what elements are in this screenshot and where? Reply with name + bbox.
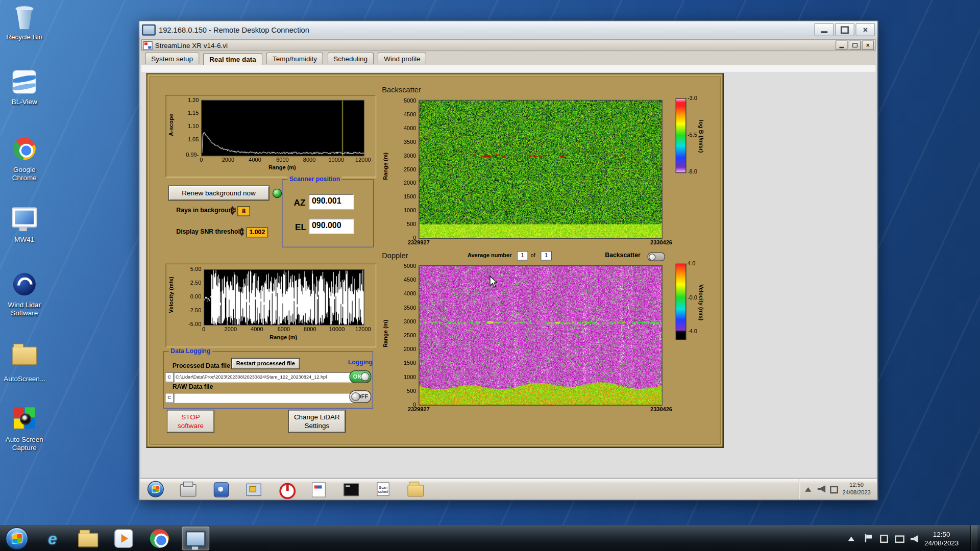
processed-logging-toggle[interactable]: ON bbox=[349, 370, 371, 383]
tick-label: 4500 bbox=[398, 111, 416, 117]
snr-spinner[interactable] bbox=[239, 228, 244, 236]
desktop-icon-google-chrome[interactable]: Google Chrome bbox=[4, 137, 45, 181]
stop-line1: STOP bbox=[181, 413, 200, 421]
tab-real-time-data[interactable]: Real time data bbox=[203, 53, 262, 66]
desktop-icon-label: Google Chrome bbox=[4, 165, 45, 181]
tick-label: 2000 bbox=[219, 326, 242, 332]
volume-icon[interactable] bbox=[911, 535, 918, 543]
show-hidden-icons-icon[interactable] bbox=[848, 534, 857, 543]
console-icon[interactable] bbox=[342, 481, 359, 497]
window-app-icon[interactable] bbox=[245, 481, 261, 497]
doppler-heatmap bbox=[419, 265, 663, 405]
remote-volume-icon[interactable] bbox=[818, 485, 826, 493]
processed-path-input[interactable]: C:\Lidar\Data\Proc\2023\202308\20230824\… bbox=[174, 372, 354, 383]
tab-system-setup[interactable]: System setup bbox=[145, 53, 199, 64]
raw-path-input[interactable] bbox=[174, 393, 354, 403]
data-logging-group: Data Logging Processed Data file Restart… bbox=[163, 351, 373, 409]
tick-label: 2000 bbox=[217, 157, 239, 163]
desktop-icon-recycle-bin[interactable]: Recycle Bin bbox=[4, 5, 45, 41]
display-tray-icon[interactable] bbox=[895, 534, 904, 543]
of-label: of bbox=[531, 253, 535, 259]
remote-taskbar: Scan sched 12:50 24/08/2023 bbox=[140, 478, 877, 499]
taskbar-clock[interactable]: 12:50 24/08/2023 bbox=[924, 530, 959, 547]
taskbar-explorer[interactable] bbox=[75, 527, 101, 549]
desktop-icon-autoscreen[interactable]: AutoScreen... bbox=[4, 340, 45, 383]
change-lidar-settings-button[interactable]: Change LiDAR Settings bbox=[288, 410, 346, 433]
stop-app-icon[interactable] bbox=[278, 481, 294, 497]
desktop-icon-bl-view[interactable]: BL-View bbox=[4, 70, 45, 106]
tick-label: 3500 bbox=[398, 139, 416, 145]
rdp-maximize-button[interactable] bbox=[835, 23, 854, 36]
app-close-button[interactable]: × bbox=[862, 41, 874, 50]
el-label: EL bbox=[295, 222, 306, 232]
tick-label: 5.00 bbox=[170, 266, 201, 272]
rays-spinner[interactable] bbox=[229, 206, 235, 215]
tick-label: 2000 bbox=[398, 346, 416, 352]
tick-label: 1.10 bbox=[166, 123, 199, 129]
doppler-block: Doppler Average number 1 of 1 Backscatte… bbox=[382, 248, 722, 429]
desktop-icon-label: MW41 bbox=[4, 236, 45, 243]
tick-label: 2330426 bbox=[643, 239, 680, 245]
remote-system-tray: 12:50 24/08/2023 bbox=[799, 479, 877, 499]
app-minimize-button[interactable] bbox=[836, 41, 847, 50]
taskbar-internet-explorer[interactable]: e bbox=[39, 527, 65, 549]
restart-processed-file-button[interactable]: Restart processed file bbox=[231, 358, 300, 369]
taskbar-chrome[interactable] bbox=[146, 527, 173, 549]
scan-sched-icon[interactable]: Scan sched bbox=[375, 481, 391, 497]
doppler-y-axis-label: Range (m) bbox=[382, 314, 388, 354]
backscatter-toggle[interactable] bbox=[648, 253, 665, 261]
explorer-folder-icon bbox=[78, 533, 98, 547]
backscatter-toggle-label: Backscatter bbox=[605, 252, 640, 258]
tick-label: 5000 bbox=[398, 263, 416, 269]
tab-wind-profile[interactable]: Wind profile bbox=[378, 53, 427, 64]
tick-label: 3000 bbox=[398, 153, 416, 159]
stop-line2: software bbox=[178, 421, 204, 430]
client-area: A-scope Range (m) 1.201.151.101.050.99-0… bbox=[141, 65, 876, 479]
tick-label: 12000 bbox=[352, 157, 374, 163]
xp-document-icon[interactable] bbox=[310, 481, 326, 497]
processed-data-file-label: Processed Data file bbox=[173, 362, 230, 369]
rdp-minimize-button[interactable] bbox=[815, 23, 834, 36]
app-titlebar[interactable]: StreamLine XR v14-6.vi × bbox=[141, 39, 876, 51]
average-total-value[interactable]: 1 bbox=[541, 251, 552, 260]
rays-value[interactable]: 8 bbox=[237, 206, 250, 216]
raw-logging-toggle[interactable]: OFF bbox=[349, 390, 371, 403]
snr-value[interactable]: 1.002 bbox=[246, 228, 268, 238]
settings-line2: Settings bbox=[304, 421, 329, 430]
desktop-icon-wind-lidar[interactable]: Wind Lidar Software bbox=[4, 273, 45, 317]
taskbar-media-player[interactable] bbox=[111, 527, 137, 549]
tick-label: 2.50 bbox=[170, 280, 201, 286]
stop-software-button[interactable]: STOP software bbox=[167, 410, 214, 433]
tab-temp-humidity[interactable]: Temp/humidity bbox=[266, 53, 323, 64]
action-center-flag-icon[interactable] bbox=[864, 534, 873, 543]
blue-app-icon[interactable] bbox=[212, 481, 229, 497]
remote-start-orb-icon[interactable] bbox=[148, 481, 164, 497]
rdp-titlebar[interactable]: 192.168.0.150 - Remote Desktop Connectio… bbox=[139, 21, 877, 39]
renew-background-button[interactable]: Renew background now bbox=[168, 186, 269, 201]
recycle-bin-icon bbox=[11, 5, 37, 31]
start-button[interactable] bbox=[4, 527, 30, 549]
raw-drive-button[interactable]: C bbox=[165, 393, 174, 403]
tick-label: 0 bbox=[192, 326, 215, 332]
rdp-close-button[interactable]: × bbox=[855, 23, 875, 36]
tick-label: 4500 bbox=[398, 277, 416, 283]
taskbar-remote-desktop-active[interactable] bbox=[182, 527, 209, 550]
logging-label: Logging bbox=[346, 359, 375, 366]
az-value[interactable]: 090.001 bbox=[309, 194, 354, 209]
media-player-icon bbox=[114, 529, 133, 548]
average-number-value[interactable]: 1 bbox=[517, 251, 528, 260]
clipboard-tray-icon[interactable] bbox=[879, 534, 889, 543]
remote-network-icon[interactable] bbox=[830, 485, 838, 493]
desktop-icon-mw41[interactable]: MW41 bbox=[4, 205, 45, 243]
processed-drive-button[interactable]: C bbox=[165, 372, 174, 383]
printer-icon[interactable] bbox=[180, 481, 197, 497]
app-restore-button[interactable] bbox=[849, 41, 861, 50]
desktop-icon-auto-screen-capture[interactable]: Auto Screen Capture bbox=[4, 406, 45, 452]
show-desktop-button[interactable] bbox=[970, 525, 977, 551]
remote-clock-time: 12:50 bbox=[843, 482, 871, 489]
tab-scheduling[interactable]: Scheduling bbox=[327, 53, 374, 64]
remote-show-hidden-icons-icon[interactable] bbox=[805, 485, 813, 493]
remote-clock[interactable]: 12:50 24/08/2023 bbox=[843, 482, 871, 496]
el-value[interactable]: 090.000 bbox=[309, 219, 354, 234]
folder-app-icon[interactable] bbox=[407, 481, 424, 497]
